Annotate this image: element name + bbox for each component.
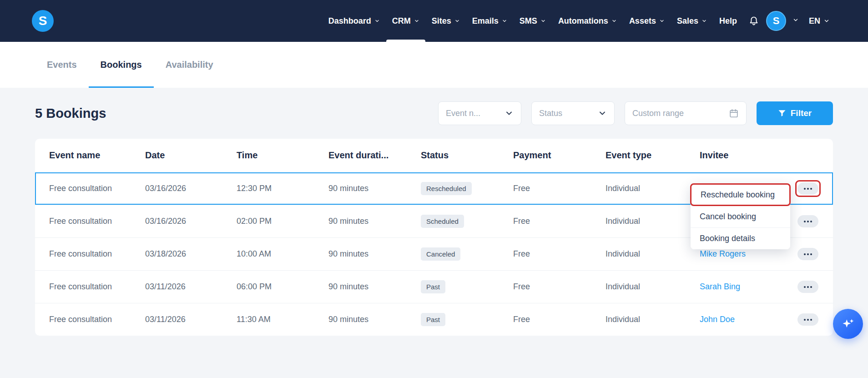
- chevron-down-icon: [540, 18, 546, 24]
- row-actions-button[interactable]: [797, 182, 818, 195]
- action-annotation-box: [795, 278, 821, 295]
- cell-status: Canceled: [421, 247, 513, 261]
- cell-status: Past: [421, 313, 513, 326]
- nav-item[interactable]: SMS: [520, 0, 546, 42]
- status-badge: Canceled: [421, 247, 460, 261]
- status-badge: Scheduled: [421, 215, 464, 228]
- nav-item-label: SMS: [520, 16, 537, 26]
- cell-actions: [795, 213, 833, 230]
- bookings-toolbar: 5 Bookings Event n... Status Custom rang…: [35, 101, 833, 125]
- context-menu-item[interactable]: Reschedule booking: [690, 183, 791, 206]
- cell-actions: [795, 278, 833, 295]
- nav-items: Dashboard CRM Sites Emails SMS Automatio…: [328, 0, 737, 42]
- column-header: Event durati...: [328, 150, 421, 161]
- cell-time: 11:30 AM: [237, 315, 328, 324]
- chevron-down-icon: [611, 18, 617, 24]
- cell-time: 02:00 PM: [237, 217, 328, 226]
- event-name-filter-select[interactable]: Event n...: [438, 101, 521, 125]
- section-tabbar: Events Bookings Availability: [0, 42, 868, 88]
- invitee-link[interactable]: John Doe: [700, 315, 735, 324]
- invitee-link[interactable]: Sarah Bing: [700, 282, 740, 291]
- filter-button-label: Filter: [791, 108, 812, 118]
- nav-item[interactable]: Assets: [629, 0, 665, 42]
- chevron-down-icon: [598, 109, 607, 118]
- tab-label: Availability: [166, 60, 213, 70]
- cell-time: 12:30 PM: [237, 184, 328, 193]
- chevron-down-icon: [502, 18, 507, 24]
- cell-date: 03/11/2026: [145, 315, 237, 324]
- cell-event-type: Individual: [606, 184, 700, 193]
- user-avatar[interactable]: S: [766, 11, 786, 31]
- table-row[interactable]: Free consultation 03/11/2026 06:00 PM 90…: [35, 270, 833, 303]
- cell-time: 06:00 PM: [237, 282, 328, 292]
- invitee-link[interactable]: Mike Rogers: [700, 249, 746, 258]
- nav-item[interactable]: Sites: [432, 0, 460, 42]
- cell-actions: [795, 180, 833, 197]
- cell-event-type: Individual: [606, 282, 700, 292]
- cell-duration: 90 minutes: [328, 282, 421, 292]
- tab-label: Events: [47, 60, 77, 70]
- status-badge: Past: [421, 313, 445, 326]
- cell-actions: [795, 311, 833, 328]
- avatar-chevron-down-icon[interactable]: [792, 17, 799, 25]
- cell-invitee: Sarah Bing: [700, 282, 795, 292]
- language-selector[interactable]: EN: [809, 16, 830, 26]
- row-actions-button[interactable]: [797, 281, 818, 293]
- cell-status: Past: [421, 280, 513, 293]
- row-actions-button[interactable]: [797, 215, 818, 227]
- column-header: Event type: [606, 150, 700, 161]
- tab[interactable]: Availability: [154, 42, 225, 88]
- menu-item-label: Reschedule booking: [701, 190, 775, 200]
- cell-event-name: Free consultation: [35, 249, 145, 259]
- tab[interactable]: Bookings: [89, 42, 154, 88]
- cell-date: 03/18/2026: [145, 249, 237, 259]
- cell-event-type: Individual: [606, 217, 700, 226]
- table-row[interactable]: Free consultation 03/11/2026 11:30 AM 90…: [35, 303, 833, 336]
- row-actions-button[interactable]: [797, 248, 818, 260]
- nav-item-label: Automations: [558, 16, 608, 26]
- cell-event-name: Free consultation: [35, 282, 145, 292]
- top-navbar: S Dashboard CRM Sites Emails SMS Automat…: [0, 0, 868, 42]
- nav-item[interactable]: Help: [719, 0, 737, 42]
- cell-duration: 90 minutes: [328, 217, 421, 226]
- notifications-bell-icon[interactable]: [748, 15, 760, 27]
- brand-logo[interactable]: S: [32, 10, 54, 32]
- nav-item[interactable]: Automations: [558, 0, 617, 42]
- chevron-down-icon: [374, 18, 380, 24]
- row-actions-button[interactable]: [797, 313, 818, 326]
- ai-assistant-fab[interactable]: [833, 309, 863, 339]
- filter-button[interactable]: Filter: [757, 101, 833, 125]
- chevron-down-icon: [414, 18, 419, 24]
- nav-item[interactable]: Emails: [472, 0, 507, 42]
- bookings-table-card: Event nameDateTimeEvent durati...StatusP…: [35, 139, 833, 336]
- language-label: EN: [809, 16, 820, 26]
- cell-duration: 90 minutes: [328, 249, 421, 259]
- sparkles-icon: [840, 316, 856, 332]
- nav-item[interactable]: Dashboard: [328, 0, 380, 42]
- column-header: Date: [145, 150, 237, 161]
- tab[interactable]: Events: [35, 42, 89, 88]
- booking-context-menu: Reschedule booking Cancel booking Bookin…: [691, 184, 790, 249]
- cell-event-type: Individual: [606, 315, 700, 324]
- event-name-filter-placeholder: Event n...: [446, 109, 505, 118]
- cell-event-type: Individual: [606, 249, 700, 259]
- nav-item-label: Assets: [629, 16, 656, 26]
- nav-item[interactable]: Sales: [677, 0, 707, 42]
- column-header: Status: [421, 150, 513, 161]
- cell-time: 10:00 AM: [237, 249, 328, 259]
- cell-payment: Free: [513, 249, 606, 259]
- nav-right-cluster: S EN: [748, 11, 830, 31]
- language-chevron-down-icon: [823, 18, 830, 24]
- status-filter-select[interactable]: Status: [531, 101, 615, 125]
- custom-range-date-input[interactable]: Custom range: [625, 101, 747, 125]
- cell-invitee: John Doe: [700, 315, 795, 324]
- context-menu-item[interactable]: Cancel booking: [691, 206, 790, 227]
- nav-item-label: Sites: [432, 16, 451, 26]
- cell-actions: [795, 246, 833, 262]
- cell-payment: Free: [513, 217, 606, 226]
- context-menu-item[interactable]: Booking details: [691, 227, 790, 249]
- nav-item[interactable]: CRM: [392, 0, 419, 42]
- cell-payment: Free: [513, 282, 606, 292]
- filter-funnel-icon: [778, 109, 786, 117]
- column-header: Payment: [513, 150, 606, 161]
